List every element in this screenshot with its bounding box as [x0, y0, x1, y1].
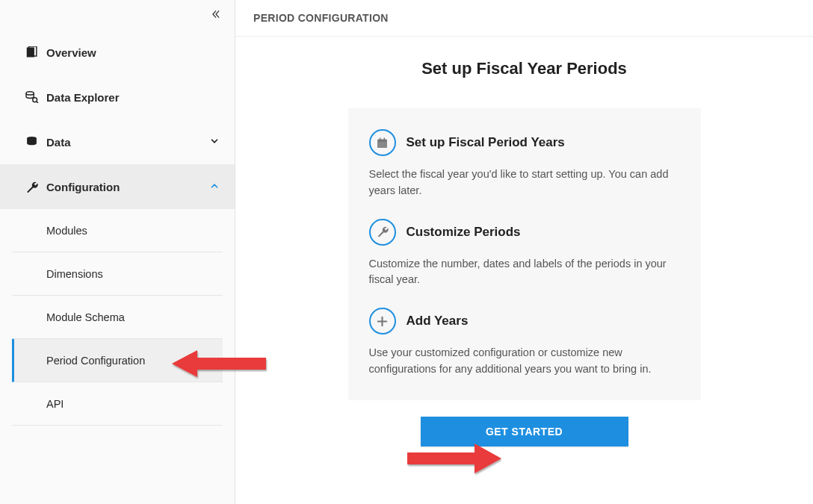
content: Set up Fiscal Year Periods Set up Fiscal… — [235, 37, 813, 504]
page-header: PERIOD CONFIGURATION — [235, 0, 813, 37]
config-sublist: Modules Dimensions Module Schema Period … — [12, 209, 223, 426]
sub-item-label: Period Configuration — [46, 355, 145, 367]
sub-item-period-configuration[interactable]: Period Configuration — [12, 339, 223, 382]
steps-card: Set up Fiscal Period Years Select the fi… — [348, 108, 701, 400]
step-desc: Use your customized configuration or cus… — [369, 345, 680, 378]
get-started-button[interactable]: GET STARTED — [421, 417, 628, 447]
nav-item-data[interactable]: Data — [0, 119, 235, 164]
nav-label: Data Explorer — [46, 91, 220, 104]
chevron-up-icon — [209, 181, 220, 193]
data-explorer-icon — [25, 91, 46, 103]
step-title: Add Years — [406, 314, 469, 329]
svg-line-4 — [37, 102, 38, 103]
step-title: Set up Fiscal Period Years — [406, 135, 565, 150]
svg-rect-7 — [377, 142, 387, 148]
step-desc: Customize the number, dates and labels o… — [369, 256, 680, 289]
calendar-icon — [369, 129, 396, 156]
sidebar: Overview Data Explorer Data — [0, 0, 235, 504]
step-title: Customize Periods — [406, 225, 521, 240]
step-customize-periods: Customize Periods Customize the number, … — [369, 219, 680, 289]
sub-item-label: API — [46, 398, 64, 410]
wrench-icon — [369, 219, 396, 246]
sub-item-api[interactable]: API — [12, 382, 223, 426]
app-root: Overview Data Explorer Data — [0, 0, 813, 504]
nav-item-data-explorer[interactable]: Data Explorer — [0, 75, 235, 119]
svg-rect-9 — [384, 137, 385, 140]
wrench-icon — [25, 181, 46, 193]
step-head: Customize Periods — [369, 219, 680, 246]
step-head: Add Years — [369, 308, 680, 335]
data-icon — [25, 136, 46, 148]
nav-item-configuration[interactable]: Configuration — [0, 164, 235, 209]
svg-point-2 — [26, 92, 34, 95]
nav-section: Overview Data Explorer Data — [0, 30, 235, 426]
svg-rect-8 — [380, 137, 380, 140]
chevron-down-icon — [209, 136, 220, 149]
collapse-sidebar-icon[interactable] — [211, 9, 221, 22]
main: PERIOD CONFIGURATION Set up Fiscal Year … — [235, 0, 813, 504]
svg-point-3 — [33, 98, 37, 102]
nav-item-overview[interactable]: Overview — [0, 30, 235, 75]
step-desc: Select the fiscal year you'd like to sta… — [369, 167, 680, 199]
step-fiscal-years: Set up Fiscal Period Years Select the fi… — [369, 129, 680, 199]
nav-label: Data — [46, 136, 209, 149]
sub-item-label: Module Schema — [46, 311, 125, 323]
nav-label: Configuration — [46, 181, 209, 193]
plus-icon — [369, 308, 396, 335]
page-title: PERIOD CONFIGURATION — [253, 12, 795, 24]
content-heading: Set up Fiscal Year Periods — [421, 59, 627, 78]
sub-item-label: Modules — [46, 225, 87, 237]
sub-item-label: Dimensions — [46, 268, 103, 280]
sub-item-dimensions[interactable]: Dimensions — [12, 252, 223, 296]
step-add-years: Add Years Use your customized configurat… — [369, 308, 680, 378]
sub-item-module-schema[interactable]: Module Schema — [12, 296, 223, 339]
step-head: Set up Fiscal Period Years — [369, 129, 680, 156]
overview-icon — [25, 46, 46, 58]
sub-item-modules[interactable]: Modules — [12, 209, 223, 252]
nav-label: Overview — [46, 46, 220, 59]
